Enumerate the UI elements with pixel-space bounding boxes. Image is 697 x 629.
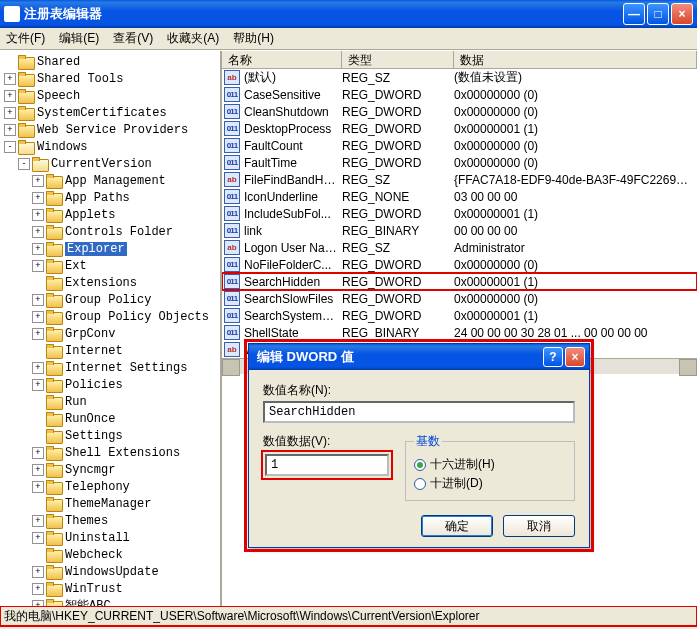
expand-icon[interactable]: +	[4, 90, 16, 102]
list-row[interactable]: (默认)REG_SZ(数值未设置)	[222, 69, 697, 86]
tree-item[interactable]: -CurrentVersion	[2, 155, 220, 172]
tree-item[interactable]: +SystemCertificates	[2, 104, 220, 121]
tree-item[interactable]: +Themes	[2, 512, 220, 529]
list-row[interactable]: SearchSystemDirsREG_DWORD0x00000001 (1)	[222, 307, 697, 324]
tree-item[interactable]: +Applets	[2, 206, 220, 223]
tree-item[interactable]: Shared	[2, 53, 220, 70]
expand-icon[interactable]: +	[32, 464, 44, 476]
maximize-button[interactable]: □	[647, 3, 669, 25]
menu-help[interactable]: 帮助(H)	[233, 30, 274, 47]
tree-item[interactable]: +Internet Settings	[2, 359, 220, 376]
expand-icon[interactable]: +	[32, 515, 44, 527]
expand-icon[interactable]: +	[32, 226, 44, 238]
list-row[interactable]: linkREG_BINARY00 00 00 00	[222, 222, 697, 239]
expand-icon[interactable]: +	[32, 532, 44, 544]
dialog-help-button[interactable]: ?	[543, 347, 563, 367]
expand-icon[interactable]: +	[4, 107, 16, 119]
menu-edit[interactable]: 编辑(E)	[59, 30, 99, 47]
folder-icon	[46, 582, 62, 595]
list-row[interactable]: FaultCountREG_DWORD0x00000000 (0)	[222, 137, 697, 154]
tree-item[interactable]: +WinTrust	[2, 580, 220, 597]
expand-icon[interactable]: +	[32, 362, 44, 374]
tree-item[interactable]: +Explorer	[2, 240, 220, 257]
list-row[interactable]: IncludeSubFol...REG_DWORD0x00000001 (1)	[222, 205, 697, 222]
list-row[interactable]: SearchHiddenREG_DWORD0x00000001 (1)	[222, 273, 697, 290]
list-row[interactable]: IconUnderlineREG_NONE03 00 00 00	[222, 188, 697, 205]
folder-icon	[46, 480, 62, 493]
expand-icon[interactable]: +	[32, 175, 44, 187]
menu-view[interactable]: 查看(V)	[113, 30, 153, 47]
collapse-icon[interactable]: -	[18, 158, 30, 170]
ok-button[interactable]: 确定	[421, 515, 493, 537]
expand-icon[interactable]: +	[32, 583, 44, 595]
col-header-name[interactable]: 名称	[222, 51, 342, 68]
tree-item[interactable]: +Shell Extensions	[2, 444, 220, 461]
expand-icon[interactable]: +	[32, 192, 44, 204]
name-label: 数值名称(N):	[263, 382, 575, 399]
expand-icon[interactable]: +	[32, 243, 44, 255]
collapse-icon[interactable]: -	[4, 141, 16, 153]
tree-item[interactable]: +Uninstall	[2, 529, 220, 546]
dialog-close-button[interactable]: ×	[565, 347, 585, 367]
folder-icon	[18, 106, 34, 119]
list-row[interactable]: Logon User NameREG_SZAdministrator	[222, 239, 697, 256]
menu-file[interactable]: 文件(F)	[6, 30, 45, 47]
list-row[interactable]: CaseSensitiveREG_DWORD0x00000000 (0)	[222, 86, 697, 103]
expand-icon[interactable]: +	[32, 294, 44, 306]
expand-icon[interactable]: +	[32, 481, 44, 493]
tree-item[interactable]: Run	[2, 393, 220, 410]
expand-icon[interactable]: +	[4, 124, 16, 136]
tree-item[interactable]: Settings	[2, 427, 220, 444]
list-row[interactable]: DesktopProcessREG_DWORD0x00000001 (1)	[222, 120, 697, 137]
tree-item[interactable]: ThemeManager	[2, 495, 220, 512]
radio-dec[interactable]: 十进制(D)	[414, 475, 566, 492]
tree-item[interactable]: +WindowsUpdate	[2, 563, 220, 580]
expand-icon[interactable]: +	[32, 566, 44, 578]
list-row[interactable]: CleanShutdownREG_DWORD0x00000000 (0)	[222, 103, 697, 120]
minimize-button[interactable]: —	[623, 3, 645, 25]
expand-icon[interactable]: +	[32, 209, 44, 221]
list-row[interactable]: SearchSlowFilesREG_DWORD0x00000000 (0)	[222, 290, 697, 307]
tree-item[interactable]: +Shared Tools	[2, 70, 220, 87]
tree-item[interactable]: +App Paths	[2, 189, 220, 206]
dialog-titlebar[interactable]: 编辑 DWORD 值 ? ×	[249, 344, 589, 370]
tree-item[interactable]: +Group Policy Objects	[2, 308, 220, 325]
tree-item-label: Shared Tools	[37, 72, 123, 86]
tree-item[interactable]: +GrpConv	[2, 325, 220, 342]
expand-icon[interactable]: +	[4, 73, 16, 85]
list-row[interactable]: ShellStateREG_BINARY24 00 00 00 30 28 01…	[222, 324, 697, 341]
close-button[interactable]: ×	[671, 3, 693, 25]
col-header-type[interactable]: 类型	[342, 51, 454, 68]
tree-item[interactable]: +Telephony	[2, 478, 220, 495]
tree-item[interactable]: +Policies	[2, 376, 220, 393]
tree-item[interactable]: +Controls Folder	[2, 223, 220, 240]
list-row[interactable]: FileFindBandHookREG_SZ{FFAC7A18-EDF9-40d…	[222, 171, 697, 188]
expand-icon[interactable]: +	[32, 379, 44, 391]
tree-item[interactable]: +Ext	[2, 257, 220, 274]
radio-hex[interactable]: 十六进制(H)	[414, 456, 566, 473]
expand-icon[interactable]: +	[32, 328, 44, 340]
expand-icon[interactable]: +	[32, 311, 44, 323]
tree-item[interactable]: Internet	[2, 342, 220, 359]
list-row[interactable]: FaultTimeREG_DWORD0x00000000 (0)	[222, 154, 697, 171]
tree-item[interactable]: +App Management	[2, 172, 220, 189]
tree-item[interactable]: +Group Policy	[2, 291, 220, 308]
expand-icon[interactable]: +	[32, 447, 44, 459]
col-header-data[interactable]: 数据	[454, 51, 697, 68]
tree-item[interactable]: RunOnce	[2, 410, 220, 427]
menu-favorites[interactable]: 收藏夹(A)	[167, 30, 219, 47]
expand-icon[interactable]: +	[32, 260, 44, 272]
tree-item[interactable]: Extensions	[2, 274, 220, 291]
tree-item[interactable]: +Web Service Providers	[2, 121, 220, 138]
tree-pane[interactable]: Shared+Shared Tools+Speech+SystemCertifi…	[0, 51, 222, 606]
tree-item[interactable]: +智能ABC	[2, 597, 220, 606]
folder-icon	[46, 395, 62, 408]
list-row[interactable]: NoFileFolderC...REG_DWORD0x00000000 (0)	[222, 256, 697, 273]
tree-item[interactable]: +Speech	[2, 87, 220, 104]
expand-icon[interactable]: +	[32, 600, 44, 607]
tree-item[interactable]: +Syncmgr	[2, 461, 220, 478]
tree-item[interactable]: -Windows	[2, 138, 220, 155]
data-field[interactable]	[265, 454, 389, 476]
tree-item[interactable]: Webcheck	[2, 546, 220, 563]
cancel-button[interactable]: 取消	[503, 515, 575, 537]
